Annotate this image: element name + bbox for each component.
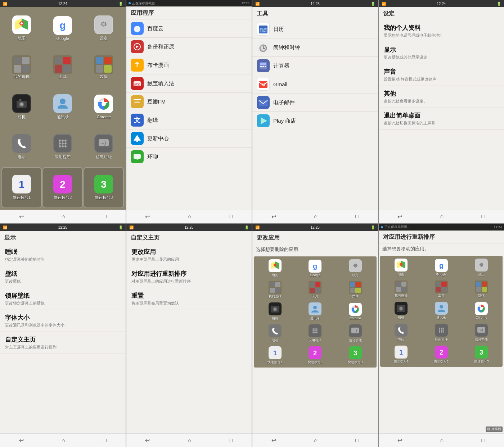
svg-rect-69	[259, 100, 267, 106]
home-button-1[interactable]: ⌂	[57, 212, 69, 221]
mini-app-settings[interactable]: 设定	[336, 258, 375, 279]
list-item-douban[interactable]: 豆瓣FM	[126, 93, 252, 111]
display-sleep[interactable]: 睡眠 指定屏幕关闭前的时间	[0, 244, 126, 266]
recent-button-2[interactable]: □	[225, 212, 237, 221]
recent-button-6[interactable]: □	[225, 436, 237, 445]
settings-display[interactable]: 显示 更改壁纸或其他显示设定	[379, 42, 504, 64]
recent-button-8[interactable]: □	[477, 436, 490, 445]
home-button-7[interactable]: ⌂	[310, 436, 322, 445]
back-button-8[interactable]: ↩	[393, 435, 406, 445]
mini-app-camera[interactable]: 相机	[255, 301, 295, 322]
mini-app-media[interactable]: 媒体	[336, 280, 375, 300]
reorder-app-camera[interactable]: 相机	[382, 300, 421, 321]
app-settings[interactable]: 设定	[84, 9, 124, 48]
back-button-7[interactable]: ↩	[267, 435, 280, 445]
recent-button-1[interactable]: □	[99, 212, 111, 221]
mini-app-speed2[interactable]: 2 快速拨号2	[296, 345, 335, 366]
list-item-email[interactable]: 电子邮件	[252, 93, 378, 112]
reorder-app-contacts[interactable]: 通讯录	[422, 300, 461, 321]
reorder-app-apps2[interactable]: 应用程序	[422, 322, 461, 343]
mini-app-google[interactable]: g Google	[296, 258, 335, 279]
list-item-calendar[interactable]: 日历 日历	[252, 20, 378, 38]
display-fontsize[interactable]: 字体大小 更改通讯录和浏览器中的字体大小	[0, 310, 126, 332]
back-button-5[interactable]: ↩	[15, 435, 28, 445]
customhome-changeapps[interactable]: 更改应用 更改主页屏幕上显示的应用	[126, 244, 252, 266]
list-item-calc[interactable]: 计算器	[252, 57, 378, 75]
app-speed2[interactable]: 2 快速拨号2	[42, 167, 83, 208]
back-button-2[interactable]: ↩	[141, 212, 154, 222]
home-button-2[interactable]: ⌂	[184, 212, 196, 221]
list-item-translate[interactable]: 文 翻译	[126, 111, 252, 129]
home-button-4[interactable]: ⌂	[436, 212, 448, 221]
list-item-bukaman[interactable]: 布卡漫画	[126, 56, 252, 74]
list-item-gmail[interactable]: M Gmail	[252, 75, 378, 93]
app-map[interactable]: 地图	[1, 9, 42, 48]
display-wallpaper[interactable]: 壁纸 更改壁纸	[0, 266, 126, 288]
mini-app-contacts[interactable]: 通讯录	[296, 301, 335, 322]
display-customhome[interactable]: 自定义主页 对主页屏幕上的应用进行排列	[0, 332, 126, 354]
app-mychoice[interactable]: 我的选择	[1, 49, 42, 86]
app-media[interactable]: 媒体	[84, 49, 124, 86]
mini-app-map[interactable]: 地图	[255, 258, 295, 279]
list-item-playstore[interactable]: Play 商店	[252, 112, 378, 130]
settings-other[interactable]: 其他 点按此处查看更多设定。	[379, 86, 504, 108]
app-appstore[interactable]: 应用程序	[42, 127, 83, 167]
recent-button-3[interactable]: □	[351, 212, 363, 221]
reorder-app-speed3[interactable]: 3 快速拨号3	[462, 344, 501, 365]
list-item-update[interactable]: 更新中心	[126, 129, 252, 148]
reorder-app-settings[interactable]: 设定	[462, 257, 501, 278]
reorder-app-map[interactable]: 地图	[382, 257, 421, 278]
svg-point-73	[274, 264, 276, 266]
mini-app-apps2[interactable]: 应用程序	[296, 323, 335, 344]
back-button-6[interactable]: ↩	[141, 435, 154, 445]
back-button-3[interactable]: ↩	[267, 212, 280, 222]
display-customhome-desc: 对主页屏幕上的应用进行排列	[5, 345, 121, 350]
recent-button-5[interactable]: □	[99, 436, 111, 445]
app-sms[interactable]: =) 信息功能	[84, 127, 124, 167]
reorder-app-tools[interactable]: 工具	[422, 279, 461, 300]
list-item-huanliao[interactable]: 环聊	[126, 148, 252, 166]
home-button-3[interactable]: ⌂	[310, 212, 322, 221]
list-item-backup[interactable]: 备份和还原	[126, 38, 252, 56]
reorder-app-media[interactable]: 媒体	[462, 279, 501, 300]
app-contacts[interactable]: 通讯录	[42, 87, 83, 127]
reorder-app-speed1[interactable]: 1 快速拨号1	[382, 344, 421, 365]
mini-app-phone[interactable]: 电话	[255, 323, 295, 344]
mini-app-tools[interactable]: 工具	[296, 280, 335, 300]
mini-app-chrome[interactable]: Chrome	[336, 301, 375, 322]
settings-exit[interactable]: 退出简单桌面 点按此处切换回标准的主屏幕	[379, 108, 504, 130]
recent-button-7[interactable]: □	[351, 436, 363, 445]
app-camera[interactable]: 相机	[1, 87, 42, 127]
back-button-4[interactable]: ↩	[393, 212, 406, 222]
app-phone[interactable]: 电话	[1, 127, 42, 167]
list-item-baiduyun[interactable]: 百度云	[126, 19, 252, 38]
reorder-app-chrome[interactable]: Chrome	[462, 300, 501, 321]
reorder-app-sms2[interactable]: =) 信息功能	[462, 322, 501, 343]
back-button-1[interactable]: ↩	[15, 212, 28, 222]
app-tools[interactable]: 工具	[42, 49, 83, 86]
home-button-6[interactable]: ⌂	[184, 436, 196, 445]
customhome-reset[interactable]: 重置 将主页屏幕布局重置为默认	[126, 288, 252, 310]
mini-app-sms2[interactable]: =) 信息功能	[336, 323, 375, 344]
app-speed1[interactable]: 1 快速拨号1	[1, 167, 42, 208]
mini-app-speed3[interactable]: 3 快速拨号3	[336, 345, 375, 366]
settings-sound[interactable]: 声音 设置振动/静音模式或更改铃声	[379, 64, 504, 86]
app-speed3[interactable]: 3 快速拨号3	[84, 167, 124, 208]
home-button-8[interactable]: ⌂	[436, 436, 448, 445]
mini-app-speed1[interactable]: 1 快速拨号1	[255, 345, 295, 366]
reorder-app-google[interactable]: g Google	[422, 257, 461, 278]
home-button-5[interactable]: ⌂	[57, 436, 69, 445]
reorder-app-speed2[interactable]: 2 快速拨号2	[422, 344, 461, 365]
settings-profile[interactable]: 我的个人资料 显示您的电话号码或电子邮件地址	[379, 20, 504, 42]
app-google[interactable]: g Google	[42, 9, 83, 48]
reorder-app-phone[interactable]: 电话	[382, 322, 421, 343]
customhome-reorder[interactable]: 对应用进行重新排序 对主页屏幕上的应用进行重新排序	[126, 266, 252, 288]
app-chrome[interactable]: Chrome	[84, 87, 124, 127]
display-lockwallpaper[interactable]: 锁屏壁纸 更改锁定屏幕上的壁纸	[0, 288, 126, 310]
list-item-alarm[interactable]: 闹钟和时钟	[252, 38, 378, 57]
mini-app-mychoice[interactable]: 我的选择	[255, 280, 295, 300]
list-item-chubao[interactable]: 触宝 触宝输入法	[126, 74, 252, 93]
svg-point-90	[316, 332, 318, 333]
reorder-app-mychoice[interactable]: 我的选择	[382, 279, 421, 300]
recent-button-4[interactable]: □	[477, 212, 490, 221]
